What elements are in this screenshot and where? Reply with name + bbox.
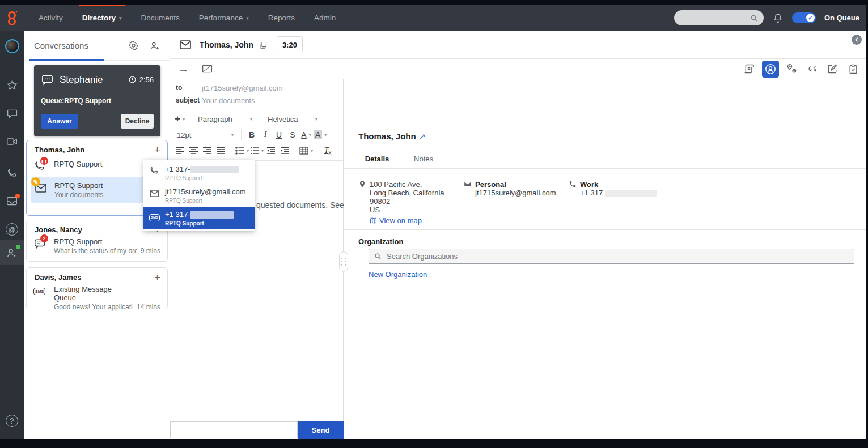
nav-item-directory[interactable]: Directory▾ xyxy=(74,5,130,31)
font-family-select[interactable]: Helvetica▾ xyxy=(264,115,321,123)
phone-icon[interactable] xyxy=(0,160,24,185)
settings-gear-icon[interactable] xyxy=(128,40,139,51)
responses-quotes-icon[interactable] xyxy=(805,61,820,76)
align-center-button[interactable] xyxy=(187,144,200,157)
hold-pause-badge: ❚❚ xyxy=(40,157,48,165)
forward-arrow-icon[interactable]: → xyxy=(178,63,189,75)
paragraph-style-select[interactable]: Paragraph▾ xyxy=(194,115,256,123)
tab-details[interactable]: Details xyxy=(359,155,395,169)
email-icon: ✎ xyxy=(34,181,49,195)
text-color-button[interactable]: A▾ xyxy=(300,129,312,141)
chevron-down-icon: ▾ xyxy=(247,148,249,153)
strikethrough-button[interactable]: S xyxy=(286,129,299,141)
on-queue-toggle[interactable]: ✓ xyxy=(792,12,816,23)
compose-email-icon[interactable] xyxy=(201,63,213,75)
inbox-icon[interactable] xyxy=(0,189,24,214)
search-icon xyxy=(750,14,759,23)
nav-item-activity[interactable]: Activity xyxy=(31,5,71,31)
sms-icon: SMS xyxy=(33,285,48,295)
chevron-down-icon: ▾ xyxy=(250,117,252,122)
highlight-color-button[interactable]: A▾ xyxy=(314,129,327,141)
decline-button[interactable]: Decline xyxy=(121,114,154,129)
queue-name: RPTQ Support xyxy=(165,220,234,227)
conversations-panel: Conversations Stephanie xyxy=(24,31,170,439)
menu-item-sms-selected[interactable]: SMS +1 317- RPTQ Support xyxy=(143,207,255,229)
profile-tab-icon[interactable] xyxy=(762,61,779,78)
work-phone: +1 317 xyxy=(580,189,603,197)
attachment-input[interactable] xyxy=(170,421,298,438)
ring-timer: 2:56 xyxy=(139,75,154,84)
add-interaction-button[interactable]: + xyxy=(154,146,160,154)
nav-label: Performance xyxy=(199,14,243,22)
organization-search-input[interactable] xyxy=(387,252,557,261)
contact-name: Jones, Nancy xyxy=(35,225,82,234)
nav-item-documents[interactable]: Documents xyxy=(133,5,188,31)
script-icon[interactable] xyxy=(742,61,757,76)
clear-formatting-button[interactable]: Tx xyxy=(321,144,334,157)
insert-plus-button[interactable]: +▾ xyxy=(173,113,186,125)
interaction-preview: Good news! Your application ha... xyxy=(54,303,133,311)
interaction-row-message[interactable]: 2 RPTQ Support What is the status of my … xyxy=(27,236,167,258)
indent-button[interactable] xyxy=(278,144,291,157)
table-button[interactable]: ▾ xyxy=(299,144,313,157)
underline-button[interactable]: U xyxy=(273,129,285,141)
queue-label: Queue:RPTQ Support xyxy=(41,97,111,105)
notes-edit-icon[interactable] xyxy=(825,61,840,76)
chat-bubble-icon[interactable] xyxy=(0,101,24,126)
phone-icon xyxy=(149,165,165,181)
open-external-icon[interactable]: ↗ xyxy=(419,132,426,141)
subject-field[interactable]: Your documents xyxy=(202,96,255,105)
collapse-panel-button[interactable] xyxy=(852,35,862,45)
menu-item-call[interactable]: +1 317- RPTQ Support xyxy=(143,161,255,184)
on-queue-label: On Queue xyxy=(824,14,859,22)
user-avatar[interactable] xyxy=(0,33,24,58)
journey-map-icon[interactable] xyxy=(784,61,799,76)
profile-tabs: Details Notes xyxy=(359,155,442,169)
nav-item-admin[interactable]: Admin xyxy=(306,5,344,31)
italic-button[interactable]: I xyxy=(259,129,272,141)
caller-name: Stephanie xyxy=(60,74,103,86)
tab-notes[interactable]: Notes xyxy=(405,155,442,169)
nav-menu: Activity Directory▾ Documents Performanc… xyxy=(31,5,344,31)
copy-icon[interactable] xyxy=(259,41,268,49)
notifications-bell-icon[interactable] xyxy=(772,12,784,24)
nav-item-reports[interactable]: Reports xyxy=(260,5,303,31)
outdent-button[interactable] xyxy=(265,144,277,157)
interactions-people-icon[interactable] xyxy=(0,240,24,265)
bold-button[interactable]: B xyxy=(245,129,258,141)
favorites-star-icon[interactable] xyxy=(0,72,24,97)
menu-item-email[interactable]: jt1715surely@gmail.com RPTQ Support xyxy=(143,184,255,207)
numbered-list-button[interactable]: ▾ xyxy=(250,144,264,157)
nav-item-performance[interactable]: Performance▾ xyxy=(191,5,257,31)
video-call-icon[interactable] xyxy=(0,129,24,154)
wrapup-clipboard-icon[interactable] xyxy=(845,61,861,76)
align-left-button[interactable] xyxy=(173,144,186,157)
help-icon[interactable]: ? xyxy=(0,408,24,433)
send-row: Send xyxy=(170,421,344,439)
email-body-text[interactable]: quested documents. See xyxy=(256,200,344,210)
to-field[interactable]: jt1715surely@gmail.com xyxy=(202,84,283,92)
add-interaction-button[interactable]: + xyxy=(154,274,160,281)
panel-resize-handle[interactable] xyxy=(339,251,348,272)
contact-profile-panel: Thomas, John↗ Details Notes 100 Pacific … xyxy=(344,79,866,439)
conversations-header: Conversations xyxy=(24,31,170,61)
contact-name: Davis, James xyxy=(35,273,81,281)
conversations-title: Conversations xyxy=(34,41,88,50)
view-on-map-link[interactable]: View on map xyxy=(370,216,460,225)
chevron-down-icon: ▾ xyxy=(309,133,311,138)
forecolor-glyph: A xyxy=(301,130,306,139)
add-person-icon[interactable] xyxy=(149,40,160,52)
new-organization-link[interactable]: New Organization xyxy=(369,270,427,279)
interaction-row-sms[interactable]: SMS Existing Message Queue Good news! Yo… xyxy=(27,284,167,314)
bullet-list-button[interactable]: ▾ xyxy=(235,144,249,157)
global-search-input[interactable] xyxy=(674,10,764,25)
answer-button[interactable]: Answer xyxy=(41,114,78,129)
send-button[interactable]: Send xyxy=(298,421,344,439)
mentions-at-icon[interactable]: @ xyxy=(0,217,24,242)
organization-search[interactable] xyxy=(369,249,854,264)
incoming-interaction-card: Stephanie 2:56 Queue:RPTQ Support Answer… xyxy=(34,65,160,136)
align-justify-button[interactable] xyxy=(214,144,227,157)
font-size-select[interactable]: 12pt▾ xyxy=(173,131,237,139)
align-right-button[interactable] xyxy=(201,144,213,157)
phone-icon xyxy=(569,180,577,188)
